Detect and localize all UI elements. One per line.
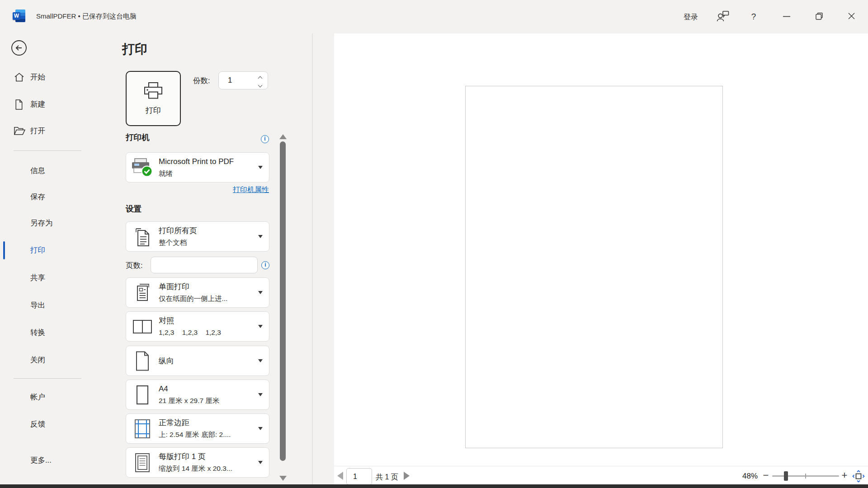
help-button[interactable]: ?	[743, 6, 764, 27]
portrait-page-icon	[131, 346, 154, 375]
zoom-slider-thumb[interactable]	[784, 471, 788, 481]
back-arrow-icon	[11, 51, 27, 57]
printer-info-icon[interactable]: i	[261, 135, 269, 143]
sidebar-item-label: 另存为	[30, 218, 53, 228]
sidebar-item-export[interactable]: 导出	[0, 296, 96, 315]
scrollbar-down-arrow[interactable]	[279, 476, 287, 481]
copies-input[interactable]	[228, 75, 253, 86]
copies-decrement-button[interactable]	[257, 81, 263, 87]
chevron-up-icon	[258, 76, 262, 81]
printer-dropdown[interactable]: Microsoft Print to PDF 就绪	[126, 152, 269, 183]
sidebar-item-label: 打开	[30, 126, 45, 136]
printer-section-heading: 打印机	[126, 132, 150, 143]
zoom-in-button[interactable]: +	[839, 468, 850, 483]
sidebar-item-label: 反馈	[30, 419, 45, 429]
pages-input[interactable]	[151, 257, 258, 273]
collation-dropdown[interactable]: 对照 1,2,3 1,2,3 1,2,3	[126, 311, 269, 342]
sidebar-item-info[interactable]: 信息	[0, 161, 96, 181]
chevron-down-icon	[258, 166, 263, 169]
restore-window-button[interactable]	[809, 6, 830, 27]
new-document-icon	[14, 99, 25, 110]
sidebar-item-save[interactable]: 保存	[0, 187, 96, 207]
restore-icon	[815, 12, 824, 22]
panel-preview-divider	[312, 33, 313, 484]
copies-stepper	[218, 71, 268, 89]
print-button-label: 打印	[146, 105, 161, 116]
sidebar-item-label: 开始	[30, 72, 45, 82]
dropdown-subtitle: 上: 2.54 厘米 底部: 2....	[159, 429, 256, 440]
pages-info-icon[interactable]: i	[261, 261, 269, 269]
chevron-down-icon	[258, 393, 263, 396]
sidebar-item-label: 更多...	[30, 455, 52, 465]
open-folder-icon	[14, 125, 25, 137]
pages-per-sheet-icon	[131, 448, 154, 477]
pages-per-sheet-dropdown[interactable]: 每版打印 1 页 缩放到 14 厘米 x 20.3...	[126, 447, 269, 478]
orientation-dropdown[interactable]: 纵向	[126, 346, 269, 376]
zoom-slider-midpoint	[805, 474, 806, 479]
next-page-button[interactable]	[404, 472, 410, 480]
sidebar-item-new[interactable]: 新建	[0, 94, 96, 114]
sidebar-divider	[14, 378, 81, 379]
sidebar-item-label: 保存	[30, 192, 45, 202]
sidebar-item-account[interactable]: 帐户	[0, 387, 96, 407]
page-title: 打印	[122, 41, 147, 58]
window-bottom-edge	[0, 484, 868, 488]
sidebar-item-feedback[interactable]: 反馈	[0, 414, 96, 434]
sidebar-item-transform[interactable]: 转换	[0, 323, 96, 343]
fit-to-page-icon	[852, 477, 865, 484]
sidebar-item-home[interactable]: 开始	[0, 67, 96, 87]
preview-page	[465, 86, 723, 448]
printer-status: 就绪	[159, 168, 256, 179]
zoom-to-page-button[interactable]	[852, 470, 865, 483]
margins-icon	[131, 414, 154, 443]
sidebar-item-save-as[interactable]: 另存为	[0, 213, 96, 233]
sidebar-item-close-document[interactable]: 关闭	[0, 350, 96, 370]
sidebar-item-share[interactable]: 共享	[0, 268, 96, 288]
feedback-button[interactable]	[712, 6, 733, 27]
margins-dropdown[interactable]: 正常边距 上: 2.54 厘米 底部: 2....	[126, 413, 269, 444]
sidebar-item-open[interactable]: 打开	[0, 121, 96, 141]
chevron-down-icon	[258, 291, 263, 294]
chevron-down-icon	[258, 235, 263, 238]
duplex-dropdown[interactable]: 单面打印 仅在纸面的一侧上进...	[126, 277, 269, 308]
word-app-icon: W	[13, 9, 25, 22]
sign-in-button[interactable]: 登录	[676, 11, 705, 23]
sidebar-divider	[14, 150, 81, 151]
printer-ready-icon	[131, 153, 154, 182]
help-icon: ?	[751, 12, 756, 22]
scrollbar-up-arrow[interactable]	[279, 134, 287, 139]
sidebar-item-more[interactable]: 更多...	[0, 450, 96, 470]
close-button[interactable]	[841, 6, 862, 27]
print-range-dropdown[interactable]: 打印所有页 整个文档	[126, 221, 269, 252]
print-button[interactable]: 打印	[126, 71, 181, 126]
sidebar-item-label: 新建	[30, 99, 45, 109]
chevron-down-icon	[258, 461, 263, 464]
back-button[interactable]	[11, 40, 27, 56]
sidebar-item-print[interactable]: 打印	[0, 240, 96, 260]
sidebar-item-label: 导出	[30, 300, 45, 310]
printer-properties-link[interactable]: 打印机属性	[203, 185, 269, 195]
zoom-level: 48%	[736, 472, 758, 481]
chevron-down-icon	[258, 325, 263, 328]
zoom-out-button[interactable]: −	[760, 468, 771, 483]
current-page-input[interactable]	[346, 468, 372, 485]
settings-section-heading: 设置	[126, 203, 142, 214]
paper-size-dropdown[interactable]: A4 21 厘米 x 29.7 厘米	[126, 380, 269, 410]
minimize-icon	[783, 13, 791, 21]
printer-icon	[142, 81, 164, 102]
title-bar: W SmallPDFER • 已保存到这台电脑 登录 ?	[0, 0, 868, 33]
word-logo-letter: W	[13, 12, 20, 20]
copies-increment-button[interactable]	[257, 75, 263, 80]
dropdown-title: 对照	[159, 315, 256, 327]
sidebar-item-label: 关闭	[30, 355, 45, 365]
previous-page-button[interactable]	[337, 472, 343, 480]
scrollbar-thumb[interactable]	[280, 141, 286, 461]
dropdown-title: 每版打印 1 页	[159, 451, 256, 463]
close-icon	[848, 12, 855, 21]
home-icon	[14, 71, 25, 83]
minimize-button[interactable]	[776, 6, 797, 27]
dropdown-title: 单面打印	[159, 281, 256, 293]
chevron-down-icon	[258, 359, 263, 362]
chevron-down-icon	[258, 427, 263, 430]
sidebar-item-label: 转换	[30, 328, 45, 338]
